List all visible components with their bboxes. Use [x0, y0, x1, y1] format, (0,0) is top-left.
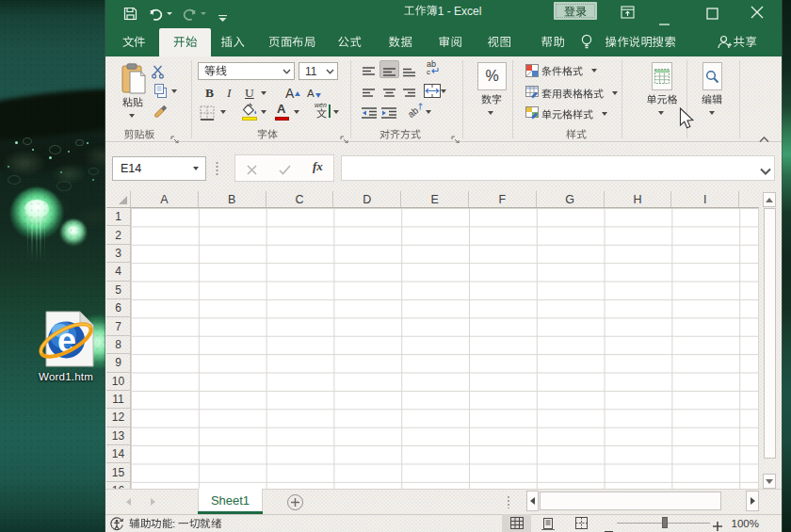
cells-group-button-label[interactable] [647, 94, 678, 105]
ribbon-display-options-button[interactable] [621, 6, 635, 23]
formula-input[interactable] [341, 155, 775, 181]
merge-dropdown-icon[interactable] [441, 89, 446, 93]
align-left-icon[interactable] [363, 86, 375, 103]
font-color-dropdown-icon[interactable] [294, 110, 299, 114]
vscroll-thumb[interactable] [764, 208, 776, 459]
editing-button-icon[interactable] [702, 62, 722, 90]
row-header-5[interactable]: 5 [106, 282, 130, 299]
borders-dropdown-icon[interactable] [220, 110, 226, 114]
font-color-letter[interactable]: A [277, 102, 285, 116]
paste-dropdown-icon[interactable] [129, 114, 135, 118]
align-center-icon[interactable] [383, 86, 396, 103]
sheet-nav-last-icon[interactable] [151, 498, 155, 506]
redo-dropdown-icon[interactable] [201, 12, 206, 15]
zoom-level[interactable]: 100% [732, 518, 759, 529]
italic-button[interactable]: I [227, 86, 232, 101]
format-as-table-button[interactable] [541, 89, 604, 100]
column-header-E[interactable]: E [401, 191, 469, 207]
sheet-nav-first-icon[interactable] [126, 498, 131, 506]
conditional-formatting-icon[interactable] [525, 64, 539, 81]
conditional-formatting-button[interactable] [541, 66, 583, 77]
combo-dropdown-icon[interactable] [322, 63, 337, 79]
save-icon[interactable] [123, 7, 137, 24]
merge-center-icon[interactable] [424, 84, 441, 102]
column-header-D[interactable]: D [333, 191, 401, 207]
tab-help[interactable] [541, 26, 565, 56]
row-header-15[interactable]: 15 [106, 463, 130, 481]
decrease-indent-icon[interactable] [362, 105, 377, 122]
phonetic-guide-button[interactable] [316, 108, 327, 120]
quick-access-customize-icon[interactable] [218, 9, 227, 26]
column-header-C[interactable]: C [266, 191, 334, 207]
hscroll-thumb[interactable] [540, 492, 721, 510]
row-header-2[interactable]: 2 [106, 226, 130, 244]
insert-function-button[interactable]: fx [313, 159, 323, 174]
middle-align-icon[interactable] [383, 64, 396, 81]
share-button[interactable] [734, 26, 757, 56]
row-header-9[interactable]: 9 [106, 354, 130, 372]
tell-me-search[interactable] [605, 26, 676, 56]
font-color-swatch[interactable] [275, 117, 289, 121]
fill-color-dropdown-icon[interactable] [261, 110, 266, 114]
row-header-10[interactable]: 10 [106, 373, 130, 391]
view-normal-button[interactable] [502, 514, 531, 532]
number-group-button-label[interactable] [481, 94, 502, 105]
undo-button[interactable] [149, 8, 163, 24]
row-header-16[interactable]: 16 [106, 482, 130, 489]
cell-styles-button[interactable] [541, 109, 593, 121]
paste-icon[interactable] [121, 63, 147, 99]
formula-bar-expand-icon[interactable] [760, 163, 771, 180]
row-header-6[interactable]: 6 [106, 299, 130, 317]
conditional-formatting-dropdown-icon[interactable] [591, 69, 597, 73]
hscroll-left-button[interactable] [526, 491, 539, 511]
sheet-tab-sheet1[interactable]: Sheet1 [198, 489, 263, 512]
row-header-3[interactable]: 3 [106, 245, 130, 263]
cells-button-icon[interactable] [652, 62, 672, 90]
column-header-H[interactable]: H [605, 191, 672, 207]
tab-data[interactable] [389, 26, 412, 56]
column-header-G[interactable]: G [537, 191, 605, 207]
view-page-break-button[interactable] [566, 514, 596, 532]
row-header-11[interactable]: 11 [106, 391, 130, 409]
name-box[interactable]: E14 [112, 156, 206, 181]
column-header-partial[interactable] [739, 191, 758, 207]
shrink-font-button[interactable]: A [307, 88, 315, 99]
row-header-13[interactable]: 13 [106, 427, 130, 445]
fill-color-swatch[interactable] [242, 117, 257, 121]
percent-style-button[interactable]: % [477, 62, 507, 90]
redo-button[interactable] [183, 8, 197, 24]
desktop-icon-label[interactable]: Word1.htm [19, 371, 113, 382]
column-header-A[interactable]: A [131, 191, 199, 207]
editing-dropdown-icon[interactable] [709, 111, 715, 115]
grid-cells[interactable] [131, 208, 759, 489]
orientation-dropdown-icon[interactable] [426, 110, 431, 114]
tab-formulas[interactable] [338, 26, 362, 56]
enter-icon[interactable] [279, 162, 291, 179]
cell-styles-icon[interactable] [525, 106, 539, 123]
vscroll-down-button[interactable] [763, 474, 776, 489]
row-header-7[interactable]: 7 [106, 317, 130, 335]
underline-button[interactable]: U [245, 86, 254, 101]
column-header-F[interactable]: F [469, 191, 537, 207]
cut-icon[interactable] [151, 65, 166, 83]
number-dropdown-icon[interactable] [488, 111, 493, 115]
vscroll-up-button[interactable] [763, 192, 776, 207]
row-header-12[interactable]: 12 [106, 409, 130, 427]
underline-dropdown-icon[interactable] [261, 91, 266, 95]
hscroll-right-button[interactable] [746, 491, 759, 511]
combo-dropdown-icon[interactable] [279, 63, 294, 79]
tab-view[interactable] [488, 26, 511, 56]
copy-icon[interactable] [153, 84, 168, 102]
row-header-8[interactable]: 8 [106, 336, 130, 354]
format-as-table-dropdown-icon[interactable] [612, 91, 618, 95]
row-header-14[interactable]: 14 [106, 445, 130, 463]
copy-dropdown-icon[interactable] [171, 89, 177, 93]
cell-styles-dropdown-icon[interactable] [602, 112, 607, 116]
column-header-B[interactable]: B [199, 191, 266, 207]
paste-button-label[interactable] [122, 97, 143, 108]
format-painter-icon[interactable] [154, 104, 169, 121]
font-size-combo[interactable]: 11 [299, 62, 338, 80]
formula-bar-grip[interactable] [216, 161, 218, 176]
top-align-icon[interactable] [363, 64, 375, 81]
tab-insert[interactable] [221, 26, 245, 56]
